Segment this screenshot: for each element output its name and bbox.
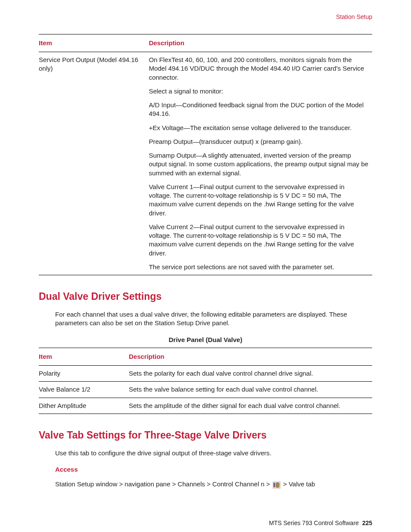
- cell-description: Sets the amplitude of the dither signal …: [129, 398, 372, 414]
- table-row: Service Port Output (Model 494.16 only) …: [39, 52, 372, 275]
- valve-tab-icon: [273, 482, 280, 488]
- cell-item: Valve Balance 1/2: [39, 382, 129, 398]
- cell-description: Sets the valve balance setting for each …: [129, 382, 372, 398]
- desc-para: Preamp Output—(transducer output) x (pre…: [149, 135, 369, 149]
- breadcrumb: Station Setup window > navigation pane >…: [55, 480, 372, 488]
- access-subheading: Access: [55, 465, 372, 474]
- page-header-section: Station Setup: [39, 13, 372, 21]
- desc-para: The service port selections are not save…: [149, 260, 369, 271]
- page-footer: MTS Series 793 Control Software 225: [39, 519, 372, 527]
- desc-para: +Ex Voltage—The excitation sense voltage…: [149, 121, 369, 135]
- section-heading-three-stage: Valve Tab Settings for Three-Stage Valve…: [39, 429, 372, 442]
- service-port-table: Item Description Service Port Output (Mo…: [39, 34, 372, 275]
- section-intro: Use this tab to configure the drive sign…: [55, 449, 372, 457]
- desc-para: Select a signal to monitor:: [149, 84, 369, 98]
- breadcrumb-pre: Station Setup window > navigation pane >…: [55, 480, 272, 488]
- table-header-description: Description: [129, 348, 372, 365]
- section-intro: For each channel that uses a dual valve …: [55, 310, 372, 328]
- cell-description: Sets the polarity for each dual valve co…: [129, 366, 372, 382]
- cell-item: Polarity: [39, 366, 129, 382]
- table-header-item: Item: [39, 348, 129, 365]
- desc-para: A/D Input—Conditioned feedback signal fr…: [149, 98, 369, 121]
- table-row: Polarity Sets the polarity for each dual…: [39, 366, 372, 382]
- cell-description: On FlexTest 40, 60, 100, and 200 control…: [149, 52, 372, 275]
- section-heading-dual-valve: Dual Valve Driver Settings: [39, 290, 372, 303]
- svg-rect-2: [274, 485, 275, 487]
- table-header-item: Item: [39, 34, 149, 52]
- table-row: Dither Amplitude Sets the amplitude of t…: [39, 398, 372, 414]
- cell-item: Dither Amplitude: [39, 398, 129, 414]
- cell-item: Service Port Output (Model 494.16 only): [39, 52, 149, 275]
- table-header-description: Description: [149, 34, 372, 52]
- drive-panel-table: Item Description Polarity Sets the polar…: [39, 348, 372, 414]
- desc-para: Sumamp Output—A slightly attenuated, inv…: [149, 149, 369, 180]
- desc-para: On FlexTest 40, 60, 100, and 200 control…: [149, 56, 369, 84]
- footer-page-number: 225: [362, 520, 372, 526]
- table-row: Valve Balance 1/2 Sets the valve balance…: [39, 382, 372, 398]
- desc-para: Valve Current 2—Final output current to …: [149, 220, 369, 260]
- desc-para: Valve Current 1—Final output current to …: [149, 180, 369, 220]
- breadcrumb-post: > Valve tab: [283, 480, 315, 488]
- footer-product: MTS Series 793 Control Software: [269, 520, 359, 526]
- table-caption: Drive Panel (Dual Valve): [39, 336, 372, 344]
